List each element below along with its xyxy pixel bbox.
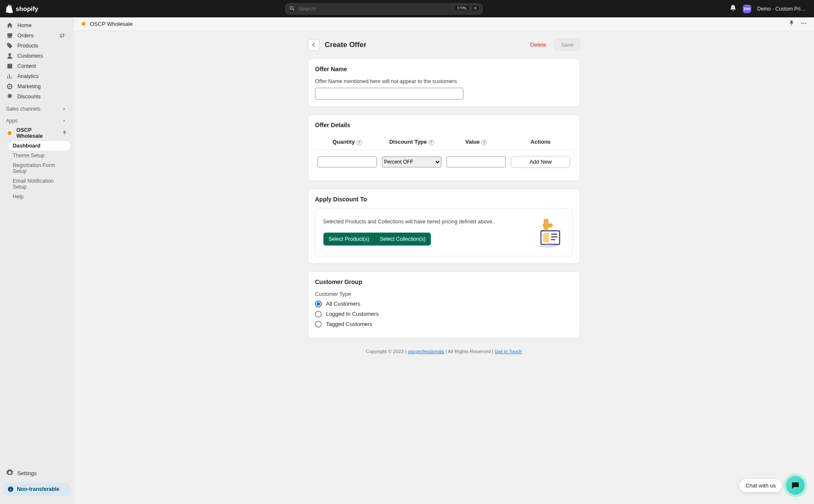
nav-label: Analytics xyxy=(17,73,39,79)
add-new-button[interactable]: Add New xyxy=(511,156,570,168)
pin-icon[interactable] xyxy=(789,20,794,28)
card-heading: Offer Name xyxy=(315,66,573,72)
subnav-theme-setup[interactable]: Theme Setup xyxy=(8,151,70,160)
nav-products[interactable]: Products xyxy=(3,41,70,51)
svg-point-2 xyxy=(805,23,806,24)
more-icon[interactable] xyxy=(800,20,807,28)
footer-link-oscp[interactable]: oscprofessionals xyxy=(408,349,444,354)
person-icon xyxy=(6,53,13,59)
card-apply-discount: Apply Discount To Selected Products and … xyxy=(308,189,580,264)
quantity-input[interactable] xyxy=(318,156,377,167)
subnav-registration-form[interactable]: Registration Form Setup xyxy=(8,161,70,176)
nav-discounts[interactable]: Discounts xyxy=(3,92,70,102)
radio-label: All Customers xyxy=(326,301,360,307)
radio-icon xyxy=(315,321,322,328)
info-icon xyxy=(8,486,14,492)
nav-label: Orders xyxy=(17,33,33,39)
footer-text: | All Rights Reserved | xyxy=(444,349,495,354)
nav-orders[interactable]: Orders 17 xyxy=(3,31,70,41)
nav-label: Discounts xyxy=(17,94,41,100)
radio-icon xyxy=(315,311,322,317)
nav-label: Home xyxy=(17,22,31,28)
title-row: Create Offer Delete Save xyxy=(308,39,580,51)
help-icon[interactable]: ? xyxy=(429,140,434,145)
nav-marketing[interactable]: Marketing xyxy=(3,81,70,92)
search-icon xyxy=(289,6,295,13)
footer-text: Copyright © 2023 | xyxy=(366,349,408,354)
subnav-help[interactable]: Help xyxy=(8,192,70,201)
nav-settings[interactable]: Settings xyxy=(3,467,70,479)
footer-link-contact[interactable]: Get in Touch xyxy=(495,349,522,354)
shopify-logo[interactable]: shopify xyxy=(6,5,38,13)
kbd-ctrl: CTRL xyxy=(454,5,470,11)
page-title: Create Offer xyxy=(325,41,366,49)
radio-logged-in-customers[interactable]: Logged In Customers xyxy=(315,311,573,317)
illustration-icon xyxy=(531,217,565,248)
col-discount-type: Discount Type? xyxy=(379,134,444,150)
subhead: Customer Type xyxy=(315,291,573,297)
radio-label: Logged In Customers xyxy=(326,311,379,317)
help-icon[interactable]: ? xyxy=(357,140,362,145)
hint-text: Offer Name mentioned here will not appea… xyxy=(315,78,573,84)
inbox-icon xyxy=(6,32,13,39)
subnav-dashboard[interactable]: Dashboard xyxy=(8,141,70,150)
section-sales-channels[interactable]: Sales channels xyxy=(0,102,73,114)
card-heading: Offer Details xyxy=(315,122,573,128)
chat-widget: Chat with us xyxy=(739,476,805,495)
nav-analytics[interactable]: Analytics xyxy=(3,71,70,81)
kbd-k: K xyxy=(471,5,479,11)
kbd-hints: CTRL K xyxy=(454,5,479,11)
avatar[interactable]: DW xyxy=(743,5,751,13)
help-icon[interactable]: ? xyxy=(481,140,487,145)
bell-icon[interactable] xyxy=(729,4,737,13)
chat-fab-button[interactable] xyxy=(786,476,805,495)
store-name[interactable]: Demo - Custom Pricing ... xyxy=(757,6,808,12)
pill-label: Non-transferable xyxy=(17,486,59,492)
back-button[interactable] xyxy=(308,39,320,51)
gear-icon xyxy=(6,469,13,477)
radio-tagged-customers[interactable]: Tagged Customers xyxy=(315,321,573,328)
subnav-email-notification[interactable]: Email Notification Setup xyxy=(8,176,70,192)
section-apps[interactable]: Apps xyxy=(0,114,73,125)
svg-rect-4 xyxy=(543,233,549,242)
home-icon xyxy=(6,22,13,29)
arrow-left-icon xyxy=(311,42,317,48)
card-offer-name: Offer Name Offer Name mentioned here wil… xyxy=(308,58,580,107)
svg-point-10 xyxy=(538,245,558,247)
nav-content[interactable]: Content xyxy=(3,61,70,71)
discount-type-select[interactable]: Percent OFF xyxy=(382,156,441,167)
value-input[interactable] xyxy=(446,156,506,167)
select-products-button[interactable]: Select Product(s) xyxy=(323,233,374,245)
app-logo-icon: 🟠 xyxy=(81,21,86,27)
table-row: Percent OFF Add New xyxy=(315,150,573,174)
target-icon xyxy=(6,83,13,90)
non-transferable-pill[interactable]: Non-transferable xyxy=(3,483,70,496)
chevron-right-icon xyxy=(61,118,67,124)
topbar: shopify CTRL K DW Demo - Custom Pricing … xyxy=(0,0,814,17)
nav-customers[interactable]: Customers xyxy=(3,51,70,61)
nav-home[interactable]: Home xyxy=(3,20,70,31)
app-title: OSCP Wholesale xyxy=(90,21,133,27)
save-button[interactable]: Save xyxy=(555,39,580,51)
card-heading: Customer Group xyxy=(315,278,573,285)
search-input[interactable] xyxy=(285,3,482,14)
section-label: Apps xyxy=(6,118,17,124)
chart-icon xyxy=(6,73,13,80)
app-oscp-wholesale[interactable]: 🟠 OSCP Wholesale xyxy=(3,125,70,141)
col-value: Value? xyxy=(444,134,508,150)
chat-label[interactable]: Chat with us xyxy=(739,479,782,492)
pin-icon[interactable] xyxy=(62,130,67,136)
radio-all-customers[interactable]: All Customers xyxy=(315,301,573,307)
nav-label: Content xyxy=(17,63,36,69)
card-customer-group: Customer Group Customer Type All Custome… xyxy=(308,271,580,338)
image-icon xyxy=(6,63,13,70)
search-wrap: CTRL K xyxy=(285,3,482,14)
offer-name-input[interactable] xyxy=(315,88,463,100)
svg-point-0 xyxy=(801,23,803,24)
discount-icon xyxy=(6,93,13,100)
radio-label: Tagged Customers xyxy=(326,321,372,327)
select-collections-button[interactable]: Select Collection(s) xyxy=(374,233,431,245)
svg-rect-9 xyxy=(543,223,553,227)
delete-button[interactable]: Delete xyxy=(526,39,551,51)
apply-hint: Selected Products and Collections will h… xyxy=(323,219,522,225)
